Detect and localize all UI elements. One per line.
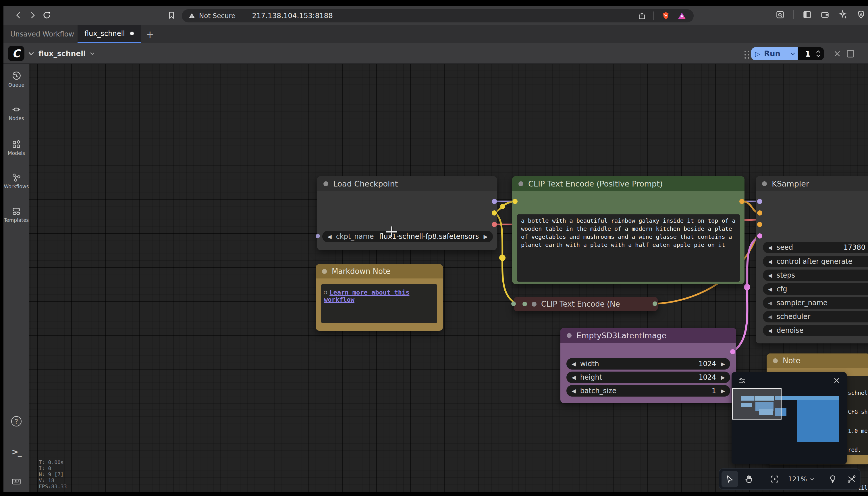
tab-flux-schnell[interactable]: flux_schnell [78, 25, 141, 43]
output-dot-model[interactable] [492, 199, 497, 204]
decrement-arrow-icon[interactable]: ◀ [327, 233, 332, 240]
node-status-dot [322, 269, 327, 274]
toggle-theme-button[interactable] [824, 471, 841, 487]
sidebar-item-models[interactable]: Models [3, 139, 29, 156]
decrement-arrow-icon[interactable]: ◀ [768, 313, 772, 320]
share-icon[interactable] [638, 12, 646, 20]
decrement-arrow-icon[interactable]: ◀ [768, 327, 772, 334]
output-dot-vae[interactable] [492, 222, 497, 227]
vpn-icon[interactable] [678, 12, 686, 20]
drag-handle[interactable] [744, 51, 746, 52]
back-button[interactable] [12, 9, 25, 22]
divider [793, 10, 794, 19]
sidebar-item-workflows[interactable]: Workflows [3, 173, 29, 189]
prompt-textarea[interactable]: a bottle with a beautiful rainbow galaxy… [517, 214, 740, 282]
decrement-arrow-icon[interactable]: ◀ [572, 361, 576, 367]
cancel-run-button[interactable] [831, 47, 844, 60]
sidebar-item-label: Templates [3, 217, 29, 223]
node-clip-text-encode-negative[interactable]: CLIP Text Encode (Ne [514, 297, 658, 311]
node-markdown-note[interactable]: Markdown Note ▢ Learn more about this wo… [316, 264, 443, 331]
minimap-settings-icon[interactable] [738, 377, 746, 385]
input-dot-clip[interactable] [512, 199, 518, 204]
pan-tool-button[interactable] [740, 471, 757, 487]
sidebar-item-shortcuts[interactable] [3, 477, 29, 486]
widget-batch-size[interactable]: ◀ batch_size 1 ▶ [566, 385, 730, 397]
output-dot-clip[interactable] [492, 210, 497, 216]
zoom-level-dropdown[interactable]: 121% [788, 475, 813, 483]
rewards-shield-icon[interactable] [856, 10, 866, 19]
input-dot-latent-image[interactable] [757, 233, 762, 238]
sidebar-item-nodes[interactable]: Nodes [3, 105, 29, 121]
widget-control-after-generate[interactable]: ◀ control after generate [763, 256, 868, 267]
decrement-arrow-icon[interactable]: ◀ [768, 272, 772, 278]
bookmark-button[interactable] [165, 9, 178, 22]
output-dot-latent[interactable] [730, 349, 735, 354]
increment-arrow-icon[interactable]: ▶ [721, 374, 725, 381]
decrement-arrow-icon[interactable]: ◀ [572, 388, 576, 394]
minimap-panel[interactable] [732, 372, 847, 464]
chevron-down-icon[interactable] [29, 50, 34, 55]
screen-bezel-bottom [0, 492, 868, 496]
collapse-dot[interactable] [523, 302, 527, 306]
widget-steps[interactable]: ◀ steps [763, 269, 868, 281]
url-text: 217.138.104.153:8188 [252, 12, 333, 20]
brave-shield-icon[interactable] [661, 11, 670, 20]
widget-ckpt-name[interactable]: ◀ ckpt_name flux1-schnell-fp8.safetensor… [322, 231, 493, 242]
decrement-arrow-icon[interactable]: ◀ [572, 374, 576, 381]
reload-button[interactable] [40, 9, 53, 22]
workflow-name-menu[interactable]: flux_schnell [38, 43, 93, 64]
batch-stepper[interactable] [816, 50, 821, 58]
fit-view-button[interactable] [766, 471, 783, 487]
input-dot-ckpt-name[interactable] [316, 234, 320, 238]
decrement-arrow-icon[interactable]: ◀ [768, 286, 772, 292]
batch-count-box[interactable]: 1 [798, 47, 824, 60]
comfyui-logo[interactable]: C [8, 46, 25, 61]
output-dot-conditioning[interactable] [739, 199, 744, 204]
url-bar[interactable]: Not Secure 217.138.104.153:8188 [182, 9, 694, 22]
run-button[interactable]: ▷ Run [751, 47, 798, 60]
input-dot-model[interactable] [757, 199, 762, 204]
nodes-icon [11, 105, 21, 114]
select-tool-button[interactable] [722, 471, 738, 487]
input-dot-negative[interactable] [757, 222, 762, 227]
workflow-docs-link[interactable]: Learn more about this workflow [324, 289, 409, 303]
widget-cfg[interactable]: ◀ cfg [763, 283, 868, 295]
widget-label: scheduler [777, 313, 810, 321]
decrement-arrow-icon[interactable]: ◀ [768, 244, 772, 251]
forward-button[interactable] [26, 9, 39, 22]
leo-ai-sparkle-icon[interactable] [838, 10, 848, 19]
sidebar-item-queue[interactable]: Queue [3, 71, 29, 88]
search-panel-icon[interactable] [775, 10, 785, 19]
collapsed-output-dot[interactable] [653, 301, 657, 306]
chevron-down-icon [810, 477, 814, 480]
sidebar-item-terminal[interactable]: >_ [3, 447, 29, 456]
widget-scheduler[interactable]: ◀ scheduler [763, 311, 868, 322]
widget-height[interactable]: ◀ height 1024 ▶ [566, 372, 730, 383]
wallet-icon[interactable] [820, 10, 830, 19]
new-tab-button[interactable]: + [139, 25, 161, 43]
widget-width[interactable]: ◀ width 1024 ▶ [566, 358, 730, 370]
minimap-close-icon[interactable] [833, 377, 840, 384]
widget-sampler-name[interactable]: ◀ sampler_name [763, 297, 868, 309]
increment-arrow-icon[interactable]: ▶ [721, 361, 725, 367]
keyboard-icon [11, 477, 22, 486]
sidebar-item-templates[interactable]: Templates [3, 206, 29, 223]
decrement-arrow-icon[interactable]: ◀ [768, 300, 772, 306]
widget-seed[interactable]: ◀ seed 17380 [763, 242, 868, 253]
tab-unsaved-workflow[interactable]: Unsaved Workflow [3, 25, 90, 43]
increment-arrow-icon[interactable]: ▶ [483, 233, 488, 240]
decrement-arrow-icon[interactable]: ◀ [768, 258, 772, 265]
toggle-links-button[interactable] [843, 471, 860, 487]
widget-denoise[interactable]: ◀ denoise [763, 325, 868, 336]
stop-button[interactable] [847, 50, 854, 58]
minimap-viewport[interactable] [732, 388, 782, 420]
sidebar-toggle-icon[interactable] [803, 10, 812, 19]
link-visibility-icon [847, 475, 856, 484]
input-dot-positive[interactable] [757, 210, 762, 216]
increment-arrow-icon[interactable]: ▶ [721, 388, 725, 394]
sidebar-item-help[interactable]: ? [3, 416, 29, 427]
canvas-toolbar: 121% [719, 468, 861, 490]
unsaved-dot-icon [130, 32, 134, 35]
widget-value: 17380 [843, 244, 865, 251]
collapsed-input-dot[interactable] [511, 301, 516, 306]
